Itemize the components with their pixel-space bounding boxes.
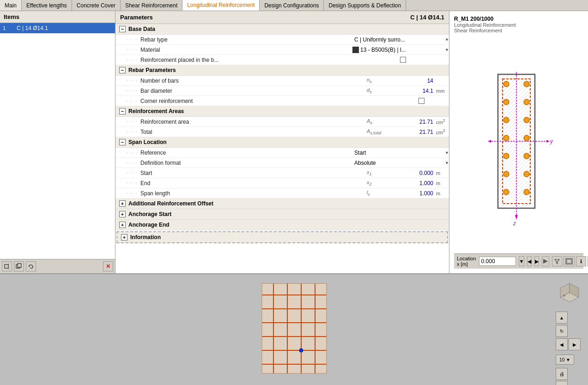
section-span-location[interactable]: − Span Location (115, 137, 449, 148)
param-value-reinf-placed[interactable] (357, 57, 449, 63)
section-rebar-params[interactable]: − Rebar Parameters (115, 65, 449, 76)
section-anchorage-start[interactable]: + Anchorage Start (115, 209, 449, 220)
param-value-rebar-type[interactable]: C | Uniformly surro... (352, 36, 445, 43)
material-label: 13 - B500S(B) | l... (360, 47, 406, 53)
param-name-span-length: Span length (139, 189, 366, 198)
view-2d-button[interactable] (564, 256, 575, 266)
checkbox-corner-reinf[interactable] (418, 98, 424, 104)
3d-view-svg (248, 274, 340, 385)
section-reinf-areas-label: Reinforcement Areas (128, 108, 184, 114)
svg-text:-y: -y (563, 294, 565, 297)
toggle-information[interactable]: + (121, 234, 127, 241)
items-list: 1 C | 14 Ø14.1 (0, 23, 115, 259)
tab-effective-lengths[interactable]: Effective lengths (22, 0, 72, 11)
list-item[interactable]: 1 C | 14 Ø14.1 (0, 23, 115, 34)
view-3d-btn-rotate[interactable]: ↻ (556, 325, 568, 337)
param-name-reinf-placed: Reinforcement placed in the b... (139, 56, 329, 64)
view-zoom-level[interactable]: 10 ▼ (556, 355, 574, 365)
param-reinforcement-placed: ··· Reinforcement placed in the b... (115, 55, 449, 65)
svg-point-20 (524, 117, 529, 123)
items-header: Items (0, 11, 115, 23)
section-base-data[interactable]: − Base Data (115, 24, 449, 35)
top-nav: Main Effective lengths Concrete Cover Sh… (0, 0, 588, 11)
params-title: Parameters (120, 14, 153, 21)
location-left-button[interactable]: ◀ (527, 256, 532, 266)
left-panel: Items 1 C | 14 Ø14.1 ✕ (0, 11, 115, 273)
svg-point-14 (503, 135, 509, 141)
view-3d: -y ▲ ↻ ◀ ▶ 10 ▼ 🖨 ⊞ ✕ (0, 274, 588, 385)
param-name-reference: Reference (139, 149, 325, 157)
section-base-data-label: Base Data (128, 26, 155, 32)
undo-button[interactable] (26, 261, 36, 271)
svg-rect-36 (262, 283, 327, 373)
param-value-reference[interactable]: Start (352, 149, 445, 156)
param-value-num-bars[interactable]: 14 (394, 77, 435, 85)
param-value-material[interactable]: 13 - B500S(B) | l... (352, 47, 445, 53)
param-unit-reinf-area: cm2 (435, 118, 449, 125)
tab-design-configurations[interactable]: Design Configurations (260, 0, 324, 11)
param-value-bar-diameter[interactable]: 14.1 (394, 87, 435, 95)
svg-marker-29 (515, 215, 518, 220)
section-reinf-areas[interactable]: − Reinforcement Areas (115, 106, 449, 117)
toggle-rebar-params[interactable]: − (119, 67, 126, 73)
section-add-offset-label: Additional Reinforcement Offset (128, 200, 213, 207)
toggle-anchorage-end[interactable]: + (119, 222, 126, 228)
param-name-material: Material (139, 46, 325, 54)
toggle-add-offset[interactable]: + (119, 200, 126, 207)
param-name-bar-diameter: Bar diameter (139, 87, 366, 95)
svg-rect-35 (567, 259, 571, 263)
tab-concrete-cover[interactable]: Concrete Cover (72, 0, 121, 11)
param-value-def-format[interactable]: Absolute (352, 159, 445, 167)
svg-point-19 (524, 99, 529, 105)
section-information[interactable]: + Information (116, 231, 448, 243)
info-button[interactable]: ℹ (576, 256, 586, 266)
center-panel: Parameters C | 14 Ø14.1 − Base Data ··· … (115, 11, 449, 273)
tab-shear-reinforcement[interactable]: Shear Reinforcement (121, 0, 182, 11)
toggle-base-data[interactable]: − (119, 26, 126, 32)
tab-main[interactable]: Main (0, 0, 22, 11)
view-extra-btn[interactable]: ⊞ (556, 381, 568, 385)
add-item-button[interactable] (2, 261, 12, 271)
dropdown-arrow-def-format: ▼ (445, 161, 449, 165)
svg-rect-0 (5, 265, 8, 268)
cross-section-svg: y z (473, 67, 565, 224)
section-anchorage-end[interactable]: + Anchorage End (115, 220, 449, 230)
toggle-span-location[interactable]: − (119, 139, 126, 145)
svg-point-17 (503, 189, 509, 195)
orientation-cube[interactable]: -y (556, 279, 583, 307)
shear-reinf-label: Shear Reinforcement (454, 28, 583, 33)
svg-point-12 (503, 99, 509, 105)
tab-design-supports[interactable]: Design Supports & Deflection (324, 0, 406, 11)
filter-button[interactable] (552, 256, 562, 266)
location-down-button[interactable]: ▼ (519, 256, 525, 266)
tab-longitudinal-reinforcement[interactable]: Longitudinal Reinforcement (182, 0, 260, 11)
view-3d-btn-right[interactable]: ▶ (569, 338, 581, 350)
section-add-offset[interactable]: + Additional Reinforcement Offset (115, 199, 449, 209)
view-3d-btn-top[interactable]: ▲ (556, 312, 568, 324)
toggle-anchorage-start[interactable]: + (119, 211, 126, 217)
toggle-reinf-areas[interactable]: − (119, 108, 126, 114)
param-sub-end: x2 (366, 180, 394, 186)
delete-item-button[interactable]: ✕ (103, 261, 113, 271)
location-right-button[interactable]: ▶ (534, 256, 539, 266)
param-end: ··· End x2 1.000 m (115, 178, 449, 188)
view-print-btn[interactable]: 🖨 (556, 368, 568, 380)
param-sub-start: x1 (366, 169, 394, 176)
svg-point-11 (503, 81, 509, 87)
params-item-label: C | 14 Ø14.1 (410, 14, 444, 21)
location-input[interactable] (479, 257, 516, 266)
location-set-button[interactable] (542, 256, 549, 266)
section-anchorage-start-label: Anchorage Start (128, 211, 171, 217)
svg-point-15 (503, 153, 509, 159)
copy-item-button[interactable] (14, 261, 24, 271)
param-sub-span-length: ls (366, 190, 394, 197)
view-3d-controls: -y ▲ ↻ ◀ ▶ 10 ▼ 🖨 ⊞ ✕ (556, 279, 583, 385)
checkbox-reinf-placed[interactable] (400, 57, 406, 63)
section-anchorage-end-label: Anchorage End (128, 222, 170, 228)
view-3d-btn-left[interactable]: ◀ (556, 338, 568, 350)
param-unit-span-length: m (435, 191, 449, 196)
right-panel-info: R_M1 200/1000 Longitudinal Reinforcement… (454, 16, 583, 33)
param-value-start[interactable]: 0.000 (394, 169, 435, 177)
param-value-end[interactable]: 1.000 (394, 179, 435, 187)
param-num-bars: ··· Number of bars ns 14 (115, 76, 449, 86)
